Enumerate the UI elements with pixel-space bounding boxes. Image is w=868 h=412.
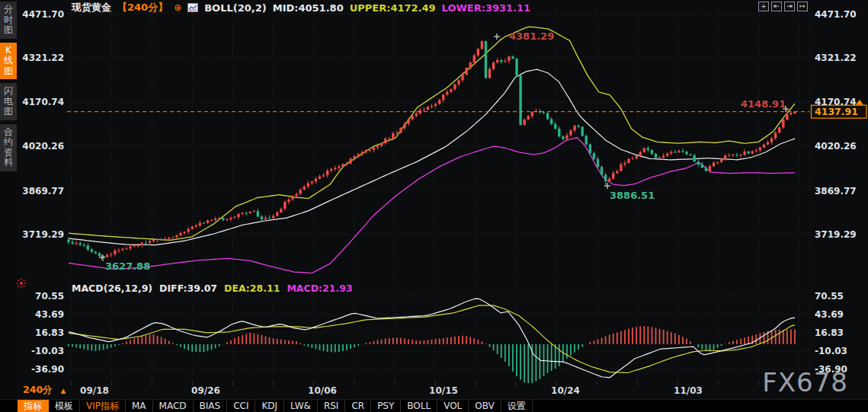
- macd-axis-label: 16.83: [815, 327, 844, 338]
- price-axis-label: 3869.77: [815, 186, 857, 196]
- price-axis-label: 3719.29: [815, 229, 857, 240]
- macd-axis-label: 16.83: [35, 327, 64, 338]
- timeframe-label: 240分: [23, 384, 53, 395]
- price-axis-label: 4471.70: [815, 9, 857, 20]
- macd-dea-line: [69, 305, 795, 372]
- boll-mid-line: [69, 69, 795, 245]
- axis-labels: 4471.704471.704321.224321.224170.744170.…: [22, 9, 856, 397]
- toolbar-item-PSY[interactable]: PSY: [371, 400, 401, 412]
- macd-axis-label: 70.55: [35, 291, 64, 302]
- compress-axis-icon[interactable]: ⇤: [771, 2, 782, 11]
- left-sidebar: 分时图K线图闪电图合约资料: [0, 0, 17, 399]
- mini-chart-icon[interactable]: [187, 3, 198, 12]
- price-annotation: 4381.29: [509, 30, 554, 42]
- macd-axis-label: 43.69: [815, 309, 844, 320]
- chevron-up-icon: ▲: [61, 387, 66, 394]
- price-axis-label: 3719.29: [22, 229, 64, 240]
- toolbar-item-MACD[interactable]: MACD: [153, 400, 194, 412]
- macd-axis-label: -10.03: [815, 346, 847, 356]
- x-axis-label: 09/18: [80, 385, 109, 396]
- expand-axis-icon[interactable]: ⇥: [784, 2, 795, 11]
- toolbar-item-BOLL[interactable]: BOLL: [401, 400, 437, 412]
- x-axis-label: 11/03: [674, 385, 703, 396]
- trading-app-window: 4381.294148.913886.513627.884137.914471.…: [0, 0, 868, 412]
- toolbar-item-OBV[interactable]: OBV: [469, 400, 501, 412]
- x-axis-label: 10/15: [429, 385, 458, 396]
- period-label[interactable]: 【240分】: [117, 1, 168, 14]
- macd-header: MACD(26,12,9) DIFF:39.07 DEA:28.11 MACD:…: [72, 283, 353, 294]
- macd-pane: [69, 299, 795, 383]
- toolbar-item-LW&[interactable]: LW&: [284, 400, 318, 412]
- price-axis-label: 4020.26: [815, 141, 857, 152]
- boll-upper-line: [69, 27, 795, 240]
- toolbar-item-CCI[interactable]: CCI: [227, 400, 255, 412]
- watermark: FX678: [762, 367, 848, 398]
- price-axis-label: 4020.26: [22, 141, 64, 152]
- price-axis-label: 4471.70: [22, 9, 64, 20]
- macd-axis-label: 43.69: [35, 309, 64, 320]
- toolbar-item-VOL[interactable]: VOL: [437, 400, 469, 412]
- x-axis-label: 10/06: [308, 385, 337, 396]
- macd-axis-label: 70.55: [815, 291, 844, 302]
- toolbar-item-模板[interactable]: 模板: [49, 400, 80, 412]
- toolbar-item-VIP指标[interactable]: VIP指标: [80, 400, 126, 412]
- chart-tool-icons: +⇤⇥↦: [758, 2, 808, 11]
- price-axis-label: 4170.74: [815, 97, 857, 107]
- toolbar-item-CR[interactable]: CR: [345, 400, 371, 412]
- candles: [67, 40, 796, 261]
- boll-lower-line: [69, 138, 795, 273]
- x-axis-label: 10/24: [551, 385, 580, 396]
- toolbar-item-BIAS[interactable]: BIAS: [194, 400, 228, 412]
- extreme-marker: [494, 34, 500, 40]
- price-axis-label: 4321.22: [22, 53, 64, 63]
- price-annotation: 3627.88: [105, 260, 150, 272]
- toolbar-item-设置[interactable]: 设置: [501, 400, 533, 412]
- toolbar-item-指标[interactable]: 指标: [18, 400, 49, 412]
- toolbar-item-RSI[interactable]: RSI: [318, 400, 346, 412]
- boll-mid-value: MID:4051.80: [273, 2, 344, 14]
- timeframe-selector[interactable]: 240分▲: [23, 384, 66, 397]
- price-axis-label: 3869.77: [22, 186, 64, 196]
- sidebar-tab-分时图[interactable]: 分时图: [0, 2, 17, 39]
- chart-title-bar: 现货黄金 【240分】 ⊕ BOLL(20,2) MID:4051.80 UPP…: [72, 2, 530, 14]
- boll-upper-value: UPPER:4172.49: [350, 2, 436, 14]
- price-axis-label: 4321.22: [815, 53, 857, 63]
- macd-axis-label: -10.03: [31, 346, 64, 356]
- macd-dea-value: DEA:28.11: [224, 283, 280, 294]
- alert-icon[interactable]: [16, 278, 27, 289]
- boll-indicator-label: BOLL(20,2): [204, 2, 267, 14]
- boll-lower-value: LOWER:3931.11: [442, 2, 531, 14]
- sidebar-tab-合约资料[interactable]: 合约资料: [0, 124, 17, 171]
- bottom-toolbar: 指标模板VIP指标MAMACDBIASCCIKDJLW&RSICRPSYBOLL…: [0, 399, 868, 412]
- macd-indicator-label: MACD(26,12,9): [72, 283, 152, 294]
- macd-diff-line: [69, 299, 795, 378]
- toolbar-item-KDJ[interactable]: KDJ: [255, 400, 284, 412]
- sidebar-tab-K线图[interactable]: K线图: [0, 43, 17, 80]
- macd-axis-label: -36.90: [31, 364, 64, 375]
- symbol-name: 现货黄金: [72, 1, 111, 14]
- crosshair-icon[interactable]: +: [758, 2, 769, 11]
- sidebar-tab-闪电图[interactable]: 闪电图: [0, 83, 17, 120]
- macd-macd-value: MACD:21.93: [287, 283, 352, 294]
- toolbar-item-MA[interactable]: MA: [126, 400, 153, 412]
- target-icon[interactable]: ⊕: [174, 3, 181, 12]
- price-axis-label: 4170.74: [22, 97, 64, 107]
- price-annotation: 3886.51: [610, 190, 655, 201]
- macd-diff-value: DIFF:39.07: [159, 283, 217, 294]
- candlestick-chart-canvas[interactable]: 4381.294148.913886.513627.884137.914471.…: [0, 0, 868, 412]
- price-annotation: 4148.91: [741, 98, 786, 110]
- pan-right-icon[interactable]: ↦: [797, 2, 808, 11]
- x-axis-label: 09/26: [191, 385, 220, 396]
